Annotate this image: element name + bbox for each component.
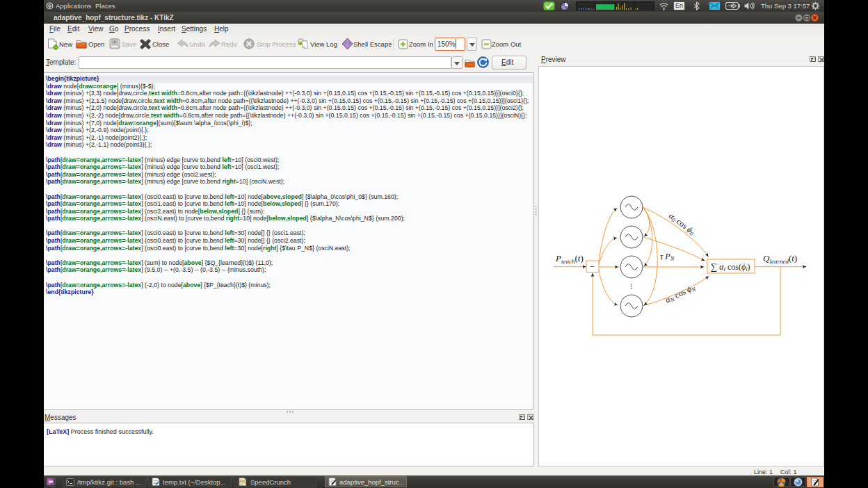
svg-text:α0 cos ϕ0: α0 cos ϕ0: [667, 211, 698, 237]
svg-text:∑ αi cos(ϕi): ∑ αi cos(ϕi): [711, 261, 750, 273]
svg-text:Qlearned(t): Qlearned(t): [763, 253, 797, 265]
svg-text:Pteach(t): Pteach(t): [555, 253, 584, 265]
svg-text:−: −: [590, 261, 595, 272]
svg-text:τ PN: τ PN: [660, 252, 675, 262]
svg-text:αN cos ϕN: αN cos ϕN: [664, 282, 698, 305]
